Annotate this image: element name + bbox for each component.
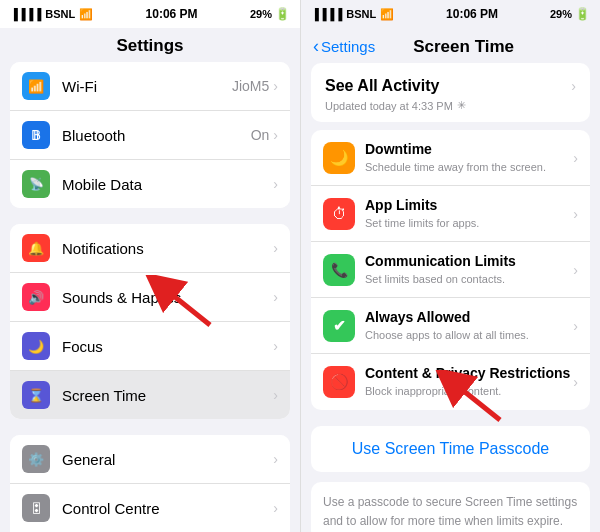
sounds-icon-wrap: 🔊 xyxy=(22,283,50,311)
wifi-value: JioM5 xyxy=(232,78,269,94)
left-title: Settings xyxy=(0,28,300,62)
focus-item[interactable]: 🌙 Focus › xyxy=(10,322,290,371)
always-allowed-icon: ✔ xyxy=(333,317,346,335)
downtime-item[interactable]: 🌙 Downtime Schedule time away from the s… xyxy=(311,130,590,186)
notifications-icon-wrap: 🔔 xyxy=(22,234,50,262)
bluetooth-label: Bluetooth xyxy=(62,127,251,144)
wifi-icon: 📶 xyxy=(79,8,93,21)
wifi-setting-icon: 📶 xyxy=(28,79,44,94)
battery-icon: 🔋 xyxy=(275,7,290,21)
general-icon: ⚙️ xyxy=(28,452,44,467)
app-limits-icon: ⏱ xyxy=(332,205,347,222)
screen-time-item[interactable]: ⌛ Screen Time › xyxy=(10,371,290,419)
control-centre-chevron: › xyxy=(273,500,278,516)
always-allowed-sub: Choose apps to allow at all times. xyxy=(365,328,573,342)
general-label: General xyxy=(62,451,273,468)
focus-icon-wrap: 🌙 xyxy=(22,332,50,360)
left-time: 10:06 PM xyxy=(146,7,198,21)
bluetooth-item[interactable]: 𝔹 Bluetooth On › xyxy=(10,111,290,160)
always-allowed-title: Always Allowed xyxy=(365,309,573,326)
bluetooth-chevron: › xyxy=(273,127,278,143)
right-panel: ▐▐▐▐ BSNL 📶 10:06 PM 29% 🔋 ‹ Settings Sc… xyxy=(300,0,600,532)
right-time: 10:06 PM xyxy=(446,7,498,21)
bluetooth-icon-wrap: 𝔹 xyxy=(22,121,50,149)
comm-limits-sub: Set limits based on contacts. xyxy=(365,272,573,286)
content-privacy-sub: Block inappropriate content. xyxy=(365,384,573,398)
wifi-icon-wrap: 📶 xyxy=(22,72,50,100)
control-centre-icon: 🎛 xyxy=(30,501,43,516)
sounds-item[interactable]: 🔊 Sounds & Haptics › xyxy=(10,273,290,322)
screen-time-title: Screen Time xyxy=(379,37,548,57)
screen-time-chevron: › xyxy=(273,387,278,403)
mobile-data-icon: 📡 xyxy=(29,177,44,191)
see-all-chevron: › xyxy=(571,78,576,94)
system-group: 🔔 Notifications › 🔊 Sounds & Haptics › xyxy=(10,224,290,419)
content-privacy-icon-wrap: 🚫 xyxy=(323,366,355,398)
see-all-card[interactable]: See All Activity › Updated today at 4:33… xyxy=(311,63,590,122)
wifi-item[interactable]: 📶 Wi-Fi JioM5 › xyxy=(10,62,290,111)
passcode-button-label: Use Screen Time Passcode xyxy=(352,440,549,457)
comm-limits-text: Communication Limits Set limits based on… xyxy=(365,253,573,286)
passcode-desc-text: Use a passcode to secure Screen Time set… xyxy=(323,495,577,528)
downtime-icon-wrap: 🌙 xyxy=(323,142,355,174)
screen-time-icon: ⌛ xyxy=(28,388,44,403)
notifications-chevron: › xyxy=(273,240,278,256)
app-limits-sub: Set time limits for apps. xyxy=(365,216,573,230)
always-allowed-chevron: › xyxy=(573,318,578,334)
right-battery: 29% 🔋 xyxy=(550,7,590,21)
left-carrier: ▐▐▐▐ BSNL 📶 xyxy=(10,8,93,21)
wifi-label: Wi-Fi xyxy=(62,78,232,95)
general-item[interactable]: ⚙️ General › xyxy=(10,435,290,484)
right-status-bar: ▐▐▐▐ BSNL 📶 10:06 PM 29% 🔋 xyxy=(301,0,600,28)
app-limits-text: App Limits Set time limits for apps. xyxy=(365,197,573,230)
screen-time-label: Screen Time xyxy=(62,387,273,404)
mobile-data-chevron: › xyxy=(273,176,278,192)
content-privacy-icon: 🚫 xyxy=(330,373,349,391)
content-privacy-text: Content & Privacy Restrictions Block ina… xyxy=(365,365,573,398)
right-battery-icon: 🔋 xyxy=(575,7,590,21)
wifi-chevron: › xyxy=(273,78,278,94)
signal-icon: ▐▐▐▐ xyxy=(10,8,41,20)
downtime-icon: 🌙 xyxy=(330,149,349,167)
app-limits-title: App Limits xyxy=(365,197,573,214)
back-label: Settings xyxy=(321,38,375,55)
sounds-label: Sounds & Haptics xyxy=(62,289,273,306)
screen-time-options: 🌙 Downtime Schedule time away from the s… xyxy=(311,130,590,410)
app-limits-item[interactable]: ⏱ App Limits Set time limits for apps. › xyxy=(311,186,590,242)
passcode-button[interactable]: Use Screen Time Passcode xyxy=(311,426,590,472)
see-all-updated: Updated today at 4:33 PM ✳ xyxy=(325,99,576,112)
right-wifi-icon: 📶 xyxy=(380,8,394,21)
communication-limits-item[interactable]: 📞 Communication Limits Set limits based … xyxy=(311,242,590,298)
comm-limits-icon: 📞 xyxy=(331,262,348,278)
always-allowed-item[interactable]: ✔ Always Allowed Choose apps to allow at… xyxy=(311,298,590,354)
control-centre-item[interactable]: 🎛 Control Centre › xyxy=(10,484,290,532)
app-limits-chevron: › xyxy=(573,206,578,222)
notifications-icon: 🔔 xyxy=(28,241,44,256)
downtime-chevron: › xyxy=(573,150,578,166)
downtime-sub: Schedule time away from the screen. xyxy=(365,160,573,174)
mobile-data-item[interactable]: 📡 Mobile Data › xyxy=(10,160,290,208)
mobile-data-label: Mobile Data xyxy=(62,176,273,193)
right-header: ‹ Settings Screen Time xyxy=(301,28,600,63)
content-privacy-item[interactable]: 🚫 Content & Privacy Restrictions Block i… xyxy=(311,354,590,410)
back-button[interactable]: ‹ Settings xyxy=(313,36,375,57)
control-centre-icon-wrap: 🎛 xyxy=(22,494,50,522)
content-privacy-title: Content & Privacy Restrictions xyxy=(365,365,573,382)
focus-icon: 🌙 xyxy=(28,339,44,354)
bluetooth-value: On xyxy=(251,127,270,143)
app-limits-icon-wrap: ⏱ xyxy=(323,198,355,230)
notifications-label: Notifications xyxy=(62,240,273,257)
sounds-icon: 🔊 xyxy=(28,290,44,305)
notifications-item[interactable]: 🔔 Notifications › xyxy=(10,224,290,273)
passcode-description: Use a passcode to secure Screen Time set… xyxy=(311,482,590,532)
back-chevron-icon: ‹ xyxy=(313,36,319,57)
screen-time-icon-wrap: ⌛ xyxy=(22,381,50,409)
bluetooth-icon: 𝔹 xyxy=(31,128,41,143)
right-signal-icon: ▐▐▐▐ xyxy=(311,8,342,20)
left-battery: 29% 🔋 xyxy=(250,7,290,21)
comm-limits-icon-wrap: 📞 xyxy=(323,254,355,286)
focus-chevron: › xyxy=(273,338,278,354)
content-privacy-chevron: › xyxy=(573,374,578,390)
general-icon-wrap: ⚙️ xyxy=(22,445,50,473)
always-allowed-text: Always Allowed Choose apps to allow at a… xyxy=(365,309,573,342)
